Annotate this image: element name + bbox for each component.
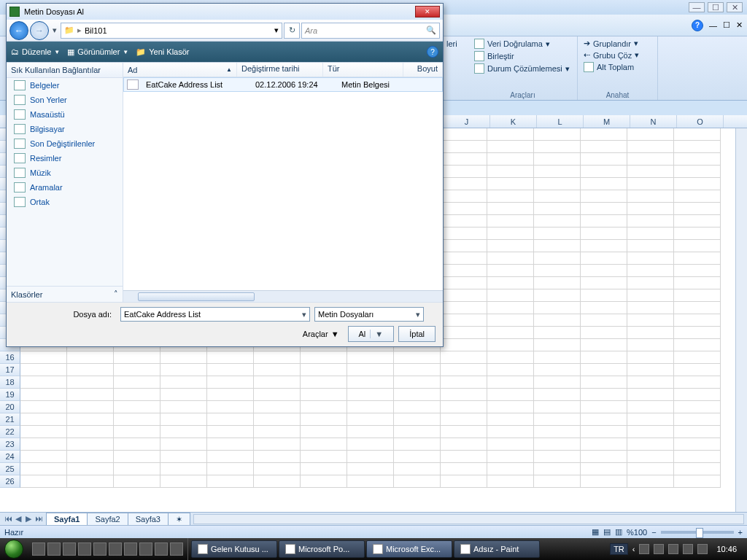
start-button[interactable] [0,538,28,560]
cell[interactable] [254,364,301,376]
cell[interactable] [674,413,721,426]
quick-launch-item[interactable] [63,542,76,556]
cell[interactable] [581,463,627,475]
group-button[interactable]: ➔Gruplandır▾ [582,38,653,49]
row-header[interactable]: 20 [0,401,20,413]
cell[interactable] [487,351,534,364]
sheet-tab-3[interactable]: Sayfa3 [128,513,169,525]
cell[interactable] [487,463,534,475]
row-header[interactable]: 21 [0,413,20,426]
file-type-filter[interactable]: Metin Dosyaları▾ [314,307,424,322]
cell[interactable] [160,401,207,413]
cell[interactable] [627,426,674,438]
cell[interactable] [627,351,674,364]
cell[interactable] [301,475,347,488]
language-indicator[interactable]: TR [610,543,628,555]
breadcrumb-dropdown[interactable]: ▾ [274,26,279,35]
cell[interactable] [441,389,487,401]
view-pagebreak-button[interactable]: ▥ [615,527,622,537]
column-header[interactable]: N [630,115,677,128]
favorite-link[interactable]: Resimler [7,151,123,166]
help-icon[interactable]: ? [692,20,703,31]
tray-expand-button[interactable]: ‹ [632,545,635,553]
cell[interactable] [160,426,207,438]
cell[interactable] [581,351,627,364]
cell[interactable] [347,475,394,488]
zoom-value[interactable]: %100 [627,528,647,537]
cell[interactable] [581,438,627,451]
view-layout-button[interactable]: ▤ [603,527,611,537]
cell[interactable] [394,364,441,376]
cell[interactable] [627,463,674,475]
cell[interactable] [627,475,674,488]
cell[interactable] [114,413,160,426]
cell[interactable] [581,413,627,426]
cell[interactable] [347,364,394,376]
cell[interactable] [301,351,347,364]
cell[interactable] [114,376,160,389]
cell[interactable] [254,413,301,426]
cell[interactable] [301,413,347,426]
excel-close-button[interactable]: ✕ [727,2,743,12]
cell[interactable] [347,426,394,438]
row-header[interactable]: 26 [0,475,20,488]
cell[interactable] [627,451,674,463]
dialog-title-bar[interactable]: Metin Dosyası Al ✕ [7,4,443,20]
cell[interactable] [394,389,441,401]
cell[interactable] [627,389,674,401]
filename-input[interactable]: EatCake Address List▾ [120,307,310,322]
cell[interactable] [114,426,160,438]
tray-icon[interactable] [639,544,649,554]
cell[interactable] [534,463,581,475]
cell[interactable] [254,426,301,438]
cell[interactable] [394,351,441,364]
cell[interactable] [581,426,627,438]
cell[interactable] [67,376,114,389]
cell[interactable] [67,413,114,426]
zoom-out-button[interactable]: − [651,528,656,537]
folders-toggle[interactable]: Klasörler˄ [7,286,123,302]
cell[interactable] [347,413,394,426]
cell[interactable] [20,376,67,389]
tray-icon[interactable] [697,544,708,554]
tab-prev-button[interactable]: ◀ [13,514,23,524]
cell[interactable] [160,451,207,463]
quick-launch-item[interactable] [109,542,122,556]
cell[interactable] [254,351,301,364]
cell[interactable] [441,413,487,426]
cancel-button[interactable]: İptal [398,326,436,342]
new-folder-button[interactable]: 📁Yeni Klasör [136,47,189,57]
column-header[interactable]: M [584,115,630,128]
inner-close-button[interactable]: ✕ [736,20,743,30]
cell[interactable] [20,438,67,451]
cell[interactable] [674,426,721,438]
column-header[interactable]: K [490,115,537,128]
cell[interactable] [67,451,114,463]
cell[interactable] [487,376,534,389]
quick-launch-item[interactable] [32,542,45,556]
cell[interactable] [20,389,67,401]
views-button[interactable]: ▦Görünümler▼ [67,47,128,57]
cell[interactable] [207,426,254,438]
cell[interactable] [254,401,301,413]
cell[interactable] [394,413,441,426]
cell[interactable] [207,364,254,376]
cell[interactable] [114,401,160,413]
column-header-name[interactable]: Ad▲ [123,63,237,77]
cell[interactable] [20,475,67,488]
cell[interactable] [674,389,721,401]
quick-launch-item[interactable] [47,542,61,556]
cell[interactable] [207,389,254,401]
sheet-tab-2[interactable]: Sayfa2 [87,513,128,525]
row-header[interactable]: 22 [0,426,20,438]
favorite-link[interactable]: Masaüstü [7,107,123,122]
cell[interactable] [394,475,441,488]
cell[interactable] [207,351,254,364]
favorite-link[interactable]: Son Değiştirilenler [7,136,123,151]
forward-button[interactable]: → [30,21,49,40]
cell[interactable] [160,475,207,488]
cell[interactable] [114,475,160,488]
cell[interactable] [581,364,627,376]
column-header-size[interactable]: Boyut [403,63,443,77]
row-header[interactable]: 16 [0,351,20,364]
